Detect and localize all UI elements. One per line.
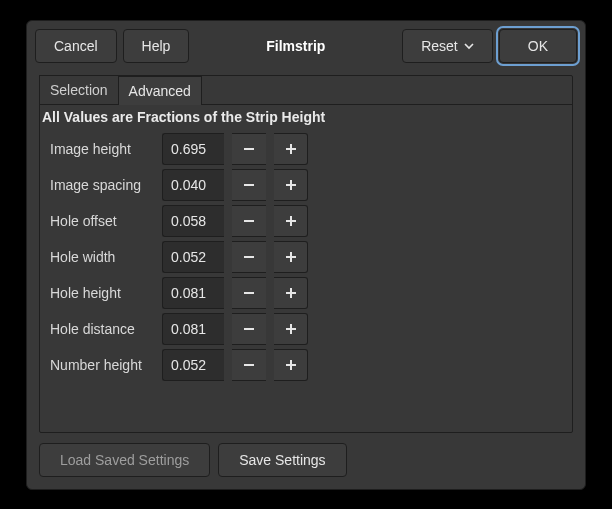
svg-rect-8 (290, 216, 292, 226)
tab-row: Selection Advanced (40, 76, 572, 105)
minus-icon (242, 250, 256, 264)
param-value-input[interactable]: 0.081 (162, 313, 224, 345)
svg-rect-17 (290, 324, 292, 334)
tab-advanced[interactable]: Advanced (118, 76, 202, 105)
save-settings-label: Save Settings (239, 452, 325, 468)
plus-icon (284, 322, 298, 336)
param-value-input[interactable]: 0.081 (162, 277, 224, 309)
dialog-window: Cancel Help Filmstrip Reset OK Selection (26, 20, 586, 490)
minus-icon (242, 214, 256, 228)
ok-label: OK (528, 38, 548, 54)
param-value-input[interactable]: 0.695 (162, 133, 224, 165)
tab-selection[interactable]: Selection (39, 75, 119, 104)
content-area: Selection Advanced All Values are Fracti… (27, 71, 585, 489)
param-row: Image height0.695 (50, 131, 562, 167)
increment-button[interactable] (274, 205, 308, 237)
svg-rect-18 (244, 364, 254, 366)
dialog-title: Filmstrip (195, 38, 396, 54)
svg-rect-6 (244, 220, 254, 222)
ok-button[interactable]: OK (499, 29, 577, 63)
param-row: Hole offset0.058 (50, 203, 562, 239)
param-row: Hole distance0.081 (50, 311, 562, 347)
increment-button[interactable] (274, 313, 308, 345)
svg-rect-9 (244, 256, 254, 258)
cancel-button[interactable]: Cancel (35, 29, 117, 63)
minus-icon (242, 142, 256, 156)
svg-rect-0 (244, 148, 254, 150)
svg-rect-3 (244, 184, 254, 186)
minus-icon (242, 178, 256, 192)
reset-label: Reset (421, 38, 458, 54)
decrement-button[interactable] (232, 133, 266, 165)
svg-rect-14 (290, 288, 292, 298)
plus-icon (284, 142, 298, 156)
param-label: Hole height (50, 285, 154, 301)
minus-icon (242, 358, 256, 372)
decrement-button[interactable] (232, 241, 266, 273)
param-label: Hole offset (50, 213, 154, 229)
svg-rect-15 (244, 328, 254, 330)
increment-button[interactable] (274, 277, 308, 309)
param-row: Hole height0.081 (50, 275, 562, 311)
section-heading: All Values are Fractions of the Strip He… (40, 105, 572, 131)
plus-icon (284, 178, 298, 192)
param-label: Image spacing (50, 177, 154, 193)
parameter-rows: Image height0.695Image spacing0.040Hole … (40, 131, 572, 393)
param-label: Number height (50, 357, 154, 373)
plus-icon (284, 250, 298, 264)
increment-button[interactable] (274, 169, 308, 201)
tab-container: Selection Advanced All Values are Fracti… (39, 75, 573, 433)
tab-selection-label: Selection (50, 82, 108, 98)
param-row: Image spacing0.040 (50, 167, 562, 203)
help-label: Help (142, 38, 171, 54)
param-value-input[interactable]: 0.040 (162, 169, 224, 201)
load-settings-button[interactable]: Load Saved Settings (39, 443, 210, 477)
param-value-input[interactable]: 0.052 (162, 241, 224, 273)
save-settings-button[interactable]: Save Settings (218, 443, 346, 477)
plus-icon (284, 286, 298, 300)
titlebar-right: Reset OK (402, 29, 577, 63)
tab-advanced-label: Advanced (129, 83, 191, 99)
decrement-button[interactable] (232, 169, 266, 201)
param-label: Hole distance (50, 321, 154, 337)
param-value-input[interactable]: 0.052 (162, 349, 224, 381)
param-row: Number height0.052 (50, 347, 562, 383)
plus-icon (284, 358, 298, 372)
svg-rect-20 (290, 360, 292, 370)
svg-rect-11 (290, 252, 292, 262)
decrement-button[interactable] (232, 205, 266, 237)
param-row: Hole width0.052 (50, 239, 562, 275)
minus-icon (242, 286, 256, 300)
footer: Load Saved Settings Save Settings (39, 433, 573, 477)
increment-button[interactable] (274, 133, 308, 165)
increment-button[interactable] (274, 241, 308, 273)
param-value-input[interactable]: 0.058 (162, 205, 224, 237)
chevron-down-icon (464, 41, 474, 51)
load-settings-label: Load Saved Settings (60, 452, 189, 468)
plus-icon (284, 214, 298, 228)
help-button[interactable]: Help (123, 29, 190, 63)
decrement-button[interactable] (232, 313, 266, 345)
param-label: Hole width (50, 249, 154, 265)
cancel-label: Cancel (54, 38, 98, 54)
decrement-button[interactable] (232, 277, 266, 309)
increment-button[interactable] (274, 349, 308, 381)
svg-rect-12 (244, 292, 254, 294)
param-label: Image height (50, 141, 154, 157)
minus-icon (242, 322, 256, 336)
reset-button[interactable]: Reset (402, 29, 493, 63)
titlebar: Cancel Help Filmstrip Reset OK (27, 21, 585, 71)
svg-rect-5 (290, 180, 292, 190)
decrement-button[interactable] (232, 349, 266, 381)
svg-rect-2 (290, 144, 292, 154)
